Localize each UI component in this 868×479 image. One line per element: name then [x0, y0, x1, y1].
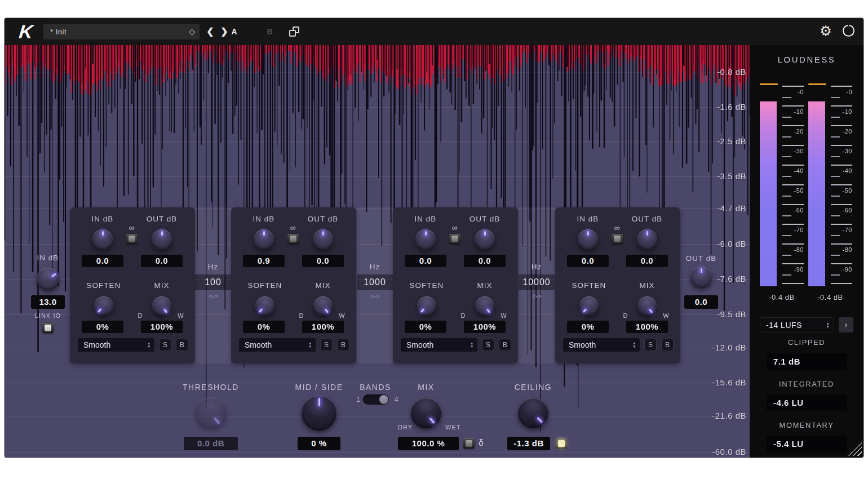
crossover-freq-value[interactable]: 1000: [357, 274, 393, 290]
band-mix-value[interactable]: 100%: [626, 321, 668, 333]
band-out-value[interactable]: 0.0: [464, 255, 506, 267]
midside-value[interactable]: 0 %: [298, 437, 340, 450]
band-soften-label: SOFTEN: [82, 281, 125, 290]
band-mix-knob[interactable]: [313, 296, 333, 316]
band-mix-knob[interactable]: [152, 296, 171, 316]
band-mix-knob[interactable]: [475, 296, 494, 316]
settings-gear-icon[interactable]: ⚙: [817, 23, 834, 39]
band-in-label: IN dB: [243, 215, 284, 223]
integrated-value: -4.6 LU: [767, 394, 847, 411]
band-solo-button[interactable]: S: [320, 339, 333, 351]
db-scale-label: -0.8 dB: [717, 66, 746, 78]
band-bypass-button[interactable]: B: [499, 339, 511, 351]
band-out-knob[interactable]: [637, 229, 657, 250]
preset-name[interactable]: * Init: [50, 28, 189, 36]
main-output-knob[interactable]: [690, 267, 712, 288]
lufs-target-select[interactable]: -14 LUFS ▴▾: [760, 317, 834, 332]
infinity-clip-button[interactable]: [287, 234, 299, 244]
bands-toggle[interactable]: [363, 394, 389, 405]
band-out-knob[interactable]: [475, 229, 495, 250]
prev-preset-button[interactable]: ❮: [204, 24, 216, 39]
band-out-value[interactable]: 0.0: [141, 255, 183, 267]
band-in-knob[interactable]: [415, 229, 436, 250]
band-out-knob[interactable]: [313, 229, 333, 250]
band-out-knob[interactable]: [152, 229, 172, 250]
band-mode-value[interactable]: Smooth: [569, 340, 596, 349]
crossover-freq-value[interactable]: 100: [195, 274, 231, 290]
crossover-drag-icon[interactable]: <->: [195, 292, 231, 300]
resize-grip[interactable]: [848, 442, 862, 456]
band-soften-value[interactable]: 0%: [243, 321, 285, 333]
crossover-drag-icon[interactable]: <->: [357, 292, 393, 300]
main-output-value[interactable]: 0.0: [684, 295, 718, 309]
band-in-value[interactable]: 0.9: [243, 255, 285, 267]
band-in-value[interactable]: 0.0: [567, 255, 609, 267]
band-soften-value[interactable]: 0%: [82, 321, 123, 333]
preset-stepper-icon[interactable]: ◇: [189, 27, 195, 36]
ceiling-enable-button[interactable]: [556, 438, 567, 449]
band-in-knob[interactable]: [254, 229, 274, 250]
band-mix-value[interactable]: 100%: [464, 321, 506, 333]
band-mode-dropdown[interactable]: Smooth ▴▾: [401, 338, 477, 352]
mix-value[interactable]: 100.0 %: [398, 437, 459, 450]
band-in-knob[interactable]: [578, 229, 598, 250]
crossover-drag-icon[interactable]: <->: [519, 292, 555, 300]
band-solo-button[interactable]: S: [644, 339, 657, 351]
db-scale-label: -12.0 dB: [712, 342, 746, 353]
band-in-value[interactable]: 0.0: [405, 255, 446, 267]
band-mix-value[interactable]: 100%: [302, 321, 344, 333]
band-out-value[interactable]: 0.0: [302, 255, 344, 267]
crossover-freq-value[interactable]: 10000: [519, 274, 555, 290]
band-solo-button[interactable]: S: [482, 339, 494, 351]
band-mode-dropdown[interactable]: Smooth ▴▾: [78, 338, 154, 352]
ceiling-value[interactable]: -1.3 dB: [507, 437, 550, 450]
delta-monitor-button[interactable]: [463, 438, 475, 449]
band-out-label: OUT dB: [626, 215, 668, 223]
band-soften-value[interactable]: 0%: [405, 321, 446, 333]
band-mode-value[interactable]: Smooth: [245, 340, 272, 349]
meter-tick-label: -10: [831, 108, 852, 115]
lufs-target-value[interactable]: -14 LUFS: [766, 321, 802, 330]
ab-compare-a-button[interactable]: A: [228, 24, 241, 39]
ab-compare-b-button[interactable]: B: [264, 24, 276, 39]
band-out-value[interactable]: 0.0: [626, 255, 668, 267]
band-mode-value[interactable]: Smooth: [83, 340, 110, 349]
expand-button[interactable]: ›: [839, 317, 853, 332]
threshold-value[interactable]: 0.0 dB: [184, 437, 238, 450]
band-soften-knob[interactable]: [417, 296, 436, 316]
chevron-updown-icon: ▴▾: [633, 341, 635, 348]
main-input-knob[interactable]: [37, 268, 59, 290]
band-panel: IN dB OUT dB ∞ 0.0 0.0 SOFTEN MIX D W 0%…: [555, 207, 680, 363]
infinity-clip-button[interactable]: [126, 234, 138, 244]
band-soften-value[interactable]: 0%: [567, 321, 609, 333]
band-mix-value[interactable]: 100%: [141, 321, 183, 333]
band-in-label: IN dB: [82, 215, 123, 223]
band-mode-value[interactable]: Smooth: [406, 340, 433, 349]
db-scale-label: -60.0 dB: [712, 446, 746, 458]
band-in-knob[interactable]: [92, 229, 113, 250]
preset-selector[interactable]: * Init ◇: [43, 24, 200, 39]
link-io-button[interactable]: [42, 323, 54, 333]
midside-knob[interactable]: [302, 396, 336, 431]
band-in-label: IN dB: [568, 215, 608, 223]
mix-knob[interactable]: [411, 398, 441, 428]
copy-preset-icon[interactable]: [289, 26, 299, 37]
band-bypass-button[interactable]: B: [176, 339, 188, 351]
infinity-clip-button[interactable]: [449, 234, 460, 244]
power-bypass-icon[interactable]: [843, 25, 854, 37]
band-bypass-button[interactable]: B: [337, 339, 349, 351]
infinity-clip-button[interactable]: [612, 234, 623, 244]
band-mode-dropdown[interactable]: Smooth ▴▾: [239, 338, 316, 352]
ceiling-knob[interactable]: [518, 398, 548, 428]
band-soften-knob[interactable]: [94, 296, 113, 316]
band-in-value[interactable]: 0.0: [82, 255, 123, 267]
main-input-value[interactable]: 13.0: [31, 295, 65, 309]
band-soften-knob[interactable]: [579, 296, 599, 316]
threshold-knob[interactable]: [195, 397, 227, 429]
band-bypass-button[interactable]: B: [661, 339, 674, 351]
meter-tick-label: -80: [831, 246, 852, 253]
band-solo-button[interactable]: S: [159, 339, 171, 351]
band-soften-knob[interactable]: [255, 296, 274, 316]
band-mode-dropdown[interactable]: Smooth ▴▾: [563, 338, 640, 352]
band-mix-knob[interactable]: [637, 296, 657, 316]
